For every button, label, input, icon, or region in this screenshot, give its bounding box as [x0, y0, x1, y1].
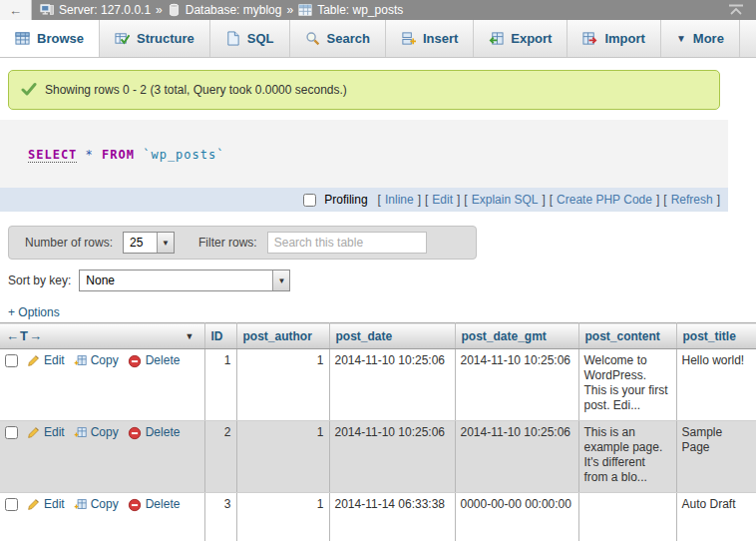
sql-query-box: SELECT * FROM `wp_posts` Profiling [ Inl… — [0, 120, 728, 212]
column-header-post-date-gmt[interactable]: post_date_gmt — [455, 323, 578, 349]
copy-row-link[interactable]: Copy — [74, 497, 119, 512]
column-header-id[interactable]: ID — [204, 323, 236, 349]
pencil-icon — [27, 426, 40, 439]
row-actions-cell: Edit Copy Delete — [0, 349, 204, 421]
delete-label: Delete — [146, 425, 181, 440]
sort-row: Sort by key: None ▼ — [8, 270, 756, 291]
cell-post-author: 1 — [236, 421, 329, 493]
cell-post-title: Sample Page — [676, 421, 756, 493]
column-header-post-author[interactable]: post_author — [236, 323, 329, 349]
profiling-checkbox[interactable] — [303, 194, 316, 207]
copy-label: Copy — [91, 353, 119, 368]
server-icon — [40, 3, 54, 17]
cell-post-author: 1 — [236, 493, 329, 541]
collapse-panel-icon[interactable] — [716, 0, 756, 20]
tab-label: Export — [511, 31, 552, 46]
edit-label: Edit — [44, 353, 65, 368]
table-row: Edit Copy Delete 2 1 2014-11-10 10:25:06… — [0, 421, 756, 493]
tab-import[interactable]: Import — [567, 20, 660, 57]
breadcrumb-server[interactable]: Server: 127.0.0.1 — [59, 3, 151, 17]
cell-id: 3 — [204, 493, 236, 541]
copy-icon — [74, 498, 87, 511]
copy-label: Copy — [91, 497, 119, 512]
copy-row-link[interactable]: Copy — [74, 425, 119, 440]
breadcrumb-table[interactable]: Table: wp_posts — [317, 3, 403, 17]
cell-post-content: This is an example page. It's different … — [578, 421, 676, 493]
delete-row-link[interactable]: Delete — [128, 497, 181, 512]
back-button[interactable]: ← — [0, 0, 32, 20]
tab-structure[interactable]: Structure — [100, 20, 210, 57]
column-header-post-content[interactable]: post_content — [578, 323, 676, 349]
sort-by-key-value: None — [80, 270, 272, 290]
tab-sql[interactable]: SQL — [210, 20, 290, 57]
number-of-rows-value: 25 — [124, 233, 157, 253]
copy-row-link[interactable]: Copy — [74, 353, 119, 368]
row-checkbox[interactable] — [5, 354, 18, 367]
create-php-code-link[interactable]: Create PHP Code — [557, 193, 652, 207]
delete-row-link[interactable]: Delete — [128, 353, 181, 368]
header-row: ←T→ ▼ ID post_author post_date post_date… — [0, 323, 756, 349]
delete-icon — [128, 354, 142, 368]
tab-label: Import — [604, 31, 644, 46]
chevron-down-icon: ▼ — [157, 233, 174, 253]
sql-keyword-from: FROM — [102, 148, 135, 162]
success-message: Showing rows 0 - 2 (3 total, Query took … — [8, 70, 720, 110]
column-options-header[interactable]: ←T→ ▼ — [0, 323, 204, 349]
breadcrumb-database[interactable]: Database: myblog — [186, 3, 282, 17]
tab-insert[interactable]: Insert — [386, 20, 474, 57]
delete-row-link[interactable]: Delete — [128, 425, 181, 440]
edit-row-link[interactable]: Edit — [27, 497, 65, 512]
inline-link[interactable]: Inline — [385, 193, 414, 207]
pencil-icon — [27, 354, 40, 367]
breadcrumb-separator: » — [286, 3, 293, 17]
insert-icon — [401, 31, 416, 46]
bracket: [ — [550, 193, 553, 207]
row-checkbox[interactable] — [5, 498, 18, 511]
bracket: ] — [656, 193, 659, 207]
row-checkbox[interactable] — [5, 426, 18, 439]
tab-search[interactable]: Search — [290, 20, 386, 57]
edit-row-link[interactable]: Edit — [27, 353, 65, 368]
tab-label: Search — [327, 31, 370, 46]
sort-by-key-label: Sort by key: — [8, 273, 71, 287]
column-header-post-date[interactable]: post_date — [329, 323, 455, 349]
bracket: [ — [425, 193, 428, 207]
query-actions-row: Profiling [ Inline ] [ Edit ] [ Explain … — [0, 188, 728, 212]
cell-post-date-gmt: 2014-11-10 10:25:06 — [455, 349, 578, 421]
bracket: ] — [542, 193, 545, 207]
chevron-down-icon[interactable]: ▼ — [186, 331, 194, 341]
filter-rows-label: Filter rows: — [198, 236, 257, 250]
options-toggle-link[interactable]: + Options — [8, 305, 60, 319]
pencil-icon — [27, 498, 40, 511]
import-icon — [582, 31, 597, 46]
sort-by-key-select[interactable]: None ▼ — [79, 270, 290, 291]
search-icon — [305, 31, 320, 46]
tab-label: SQL — [247, 31, 274, 46]
structure-icon — [115, 31, 130, 46]
edit-label: Edit — [44, 497, 65, 512]
refresh-link[interactable]: Refresh — [671, 193, 713, 207]
tab-browse[interactable]: Browse — [0, 20, 100, 57]
back-arrow-icon: ← — [9, 3, 22, 18]
filter-rows-input[interactable] — [267, 232, 427, 254]
cell-post-date: 2014-11-14 06:33:38 — [329, 493, 455, 541]
bracket: ] — [418, 193, 421, 207]
cell-post-date: 2014-11-10 10:25:06 — [329, 421, 455, 493]
export-icon — [489, 31, 504, 46]
number-of-rows-select[interactable]: 25 ▼ — [123, 232, 175, 254]
number-of-rows-label: Number of rows: — [25, 236, 113, 250]
tab-export[interactable]: Export — [474, 20, 567, 57]
bracket: ] — [457, 193, 460, 207]
edit-row-link[interactable]: Edit — [27, 425, 65, 440]
bracket: [ — [378, 193, 381, 207]
column-header-post-title[interactable]: post_title — [676, 323, 756, 349]
cell-post-title: Auto Draft — [676, 493, 756, 541]
bracket: [ — [663, 193, 666, 207]
row-actions-cell: Edit Copy Delete — [0, 421, 204, 493]
database-icon — [168, 3, 181, 17]
edit-query-link[interactable]: Edit — [432, 193, 453, 207]
cell-id: 1 — [204, 349, 236, 421]
column-marker-icon[interactable]: ←T→ — [6, 328, 43, 343]
explain-sql-link[interactable]: Explain SQL — [472, 193, 539, 207]
tab-more[interactable]: ▼ More — [661, 20, 740, 57]
